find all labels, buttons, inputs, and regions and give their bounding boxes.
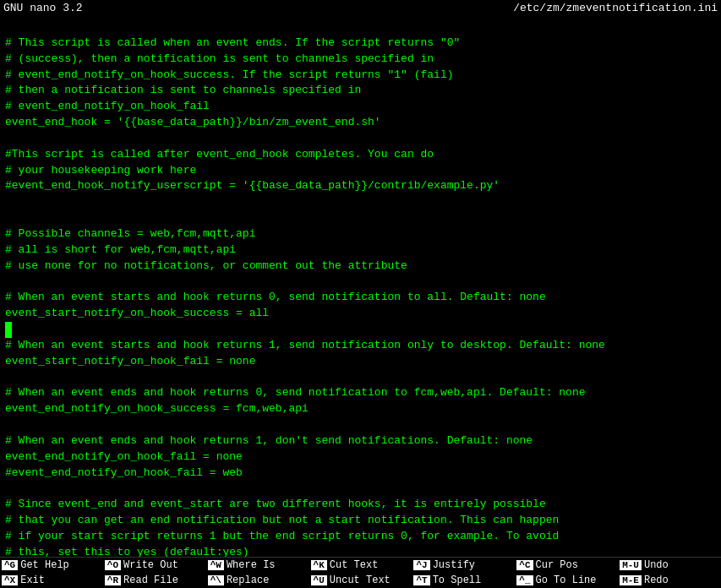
- shortcut-item[interactable]: ^JJustify: [412, 558, 515, 573]
- shortcut-key: ^J: [413, 560, 429, 570]
- file-path: /etc/zm/zmeventnotification.ini: [513, 2, 718, 14]
- shortcut-key: ^\: [208, 575, 224, 585]
- shortcut-key: ^K: [311, 560, 327, 570]
- shortcut-item[interactable]: ^_Go To Line: [515, 573, 618, 588]
- shortcut-key: ^G: [2, 560, 18, 570]
- shortcut-item[interactable]: ^KCut Text: [309, 558, 412, 573]
- shortcut-item[interactable]: ^\Replace: [206, 573, 309, 588]
- shortcut-item[interactable]: ^GGet Help: [0, 558, 103, 573]
- shortcut-key: M-E: [620, 575, 642, 585]
- shortcut-item[interactable]: M-UUndo: [618, 558, 721, 573]
- shortcut-label: Undo: [644, 559, 669, 571]
- shortcut-label: Get Help: [20, 559, 69, 571]
- shortcut-item[interactable]: ^UUncut Text: [309, 573, 412, 588]
- shortcut-item[interactable]: ^TTo Spell: [412, 573, 515, 588]
- shortcut-key: ^_: [516, 575, 533, 585]
- shortcut-label: Where Is: [227, 559, 276, 571]
- shortcut-key: ^O: [105, 560, 121, 570]
- title-bar: GNU nano 3.2 /etc/zm/zmeventnotification…: [0, 0, 721, 16]
- shortcut-label: Exit: [20, 574, 45, 586]
- shortcut-label: Write Out: [123, 559, 178, 571]
- shortcut-label: Uncut Text: [330, 574, 391, 586]
- shortcut-label: Cur Pos: [536, 559, 578, 571]
- shortcut-key: ^X: [2, 575, 18, 585]
- shortcut-label: Replace: [227, 574, 269, 586]
- shortcut-label: Cut Text: [330, 559, 379, 571]
- shortcut-item[interactable]: ^XExit: [0, 573, 103, 588]
- shortcut-label: Justify: [433, 559, 475, 571]
- shortcut-label: Go To Line: [536, 574, 597, 586]
- shortcut-item[interactable]: M-ERedo: [618, 573, 721, 588]
- shortcut-item[interactable]: ^RRead File: [103, 573, 206, 588]
- shortcut-bar: ^GGet Help^OWrite Out^WWhere Is^KCut Tex…: [0, 557, 721, 588]
- shortcut-label: To Spell: [433, 574, 482, 586]
- shortcut-key: M-U: [620, 560, 642, 570]
- shortcut-key: ^W: [208, 560, 224, 570]
- shortcut-item[interactable]: ^OWrite Out: [103, 558, 206, 573]
- shortcut-item[interactable]: ^WWhere Is: [206, 558, 309, 573]
- shortcut-row-1: ^GGet Help^OWrite Out^WWhere Is^KCut Tex…: [0, 558, 721, 573]
- shortcut-row-2: ^XExit^RRead File^\Replace^UUncut Text^T…: [0, 573, 721, 588]
- shortcut-item[interactable]: ^CCur Pos: [515, 558, 618, 573]
- shortcut-label: Redo: [644, 574, 669, 586]
- shortcut-label: Read File: [123, 574, 178, 586]
- editor-area[interactable]: # This script is called when an event en…: [0, 16, 721, 557]
- app-title: GNU nano 3.2: [3, 2, 83, 14]
- shortcut-key: ^U: [311, 575, 327, 585]
- shortcut-key: ^T: [413, 575, 429, 585]
- shortcut-key: ^C: [516, 560, 533, 570]
- shortcut-key: ^R: [105, 575, 121, 585]
